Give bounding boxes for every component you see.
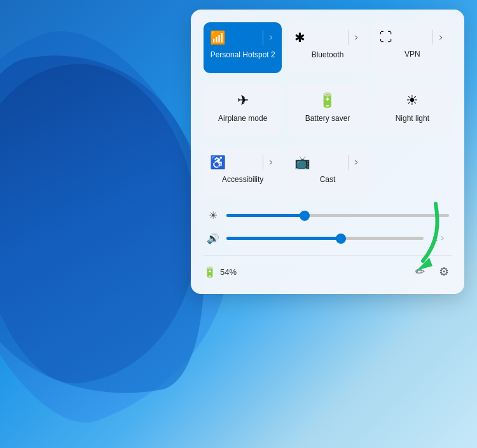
volume-thumb[interactable] xyxy=(336,234,346,244)
airplane-label: Airplane mode xyxy=(218,114,267,123)
accessibility-label: Accessibility xyxy=(222,175,263,184)
airplane-icon-row: ✈ xyxy=(210,92,275,109)
brightness-thumb[interactable] xyxy=(300,211,310,221)
shield-icon: ⛶ xyxy=(380,30,392,45)
cast-chevron-icon[interactable]: ﹥ xyxy=(348,155,361,170)
green-arrow-annotation xyxy=(388,197,445,283)
tile-accessibility[interactable]: ♿ ﹥ Accessibility xyxy=(204,147,282,198)
cast-label: Cast xyxy=(320,175,336,184)
tiles-row-3: ♿ ﹥ Accessibility 📺 ﹥ Cast xyxy=(204,147,452,198)
hotspot-label: Personal Hotspot 2 xyxy=(211,50,275,59)
battery-percentage: 54% xyxy=(220,267,237,277)
vpn-label: VPN xyxy=(404,50,420,59)
volume-fill xyxy=(226,237,341,240)
cast-icon: 📺 xyxy=(294,155,310,170)
bluetooth-label: Bluetooth xyxy=(312,50,344,59)
tile-battery-saver[interactable]: 🔋 Battery saver xyxy=(288,85,366,136)
battery-info: 🔋 54% xyxy=(204,266,237,278)
battery-saver-icon: 🔋 xyxy=(319,92,336,109)
night-light-label: Night light xyxy=(396,114,429,123)
battery-saver-icon-row: 🔋 xyxy=(294,92,360,109)
tile-bluetooth[interactable]: ✱ ﹥ Bluetooth xyxy=(288,22,366,73)
speaker-icon: 🔊 xyxy=(206,232,220,244)
accessibility-chevron-icon[interactable]: ﹥ xyxy=(263,155,275,170)
hotspot-chevron-icon[interactable]: ﹥ xyxy=(263,30,275,45)
arrow-svg xyxy=(388,197,445,280)
tile-vpn[interactable]: ⛶ ﹥ VPN xyxy=(373,22,452,73)
tiles-row-2: ✈ Airplane mode 🔋 Battery saver ☀ Night … xyxy=(204,85,452,136)
bluetooth-icon: ✱ xyxy=(294,30,305,45)
tile-airplane-mode[interactable]: ✈ Airplane mode xyxy=(204,85,282,136)
tile-personal-hotspot[interactable]: 📶 ﹥ Personal Hotspot 2 xyxy=(204,22,282,73)
airplane-icon: ✈ xyxy=(237,92,249,109)
tile-cast[interactable]: 📺 ﹥ Cast xyxy=(288,147,366,198)
sun-icon: ☀ xyxy=(406,92,418,109)
night-light-icon-row: ☀ xyxy=(380,92,445,109)
tiles-row-1: 📶 ﹥ Personal Hotspot 2 ✱ ﹥ Bluetooth ⛶ ﹥… xyxy=(204,22,452,73)
empty-tile xyxy=(373,147,452,198)
battery-saver-label: Battery saver xyxy=(305,114,350,123)
bluetooth-chevron-icon[interactable]: ﹥ xyxy=(348,30,361,45)
brightness-fill xyxy=(226,214,305,217)
wifi-icon: 📶 xyxy=(210,30,226,45)
tile-night-light[interactable]: ☀ Night light xyxy=(373,85,452,136)
vpn-chevron-icon[interactable]: ﹥ xyxy=(432,30,445,45)
battery-icon: 🔋 xyxy=(204,266,216,278)
brightness-icon: ☀ xyxy=(206,209,220,221)
accessibility-icon: ♿ xyxy=(210,155,226,170)
